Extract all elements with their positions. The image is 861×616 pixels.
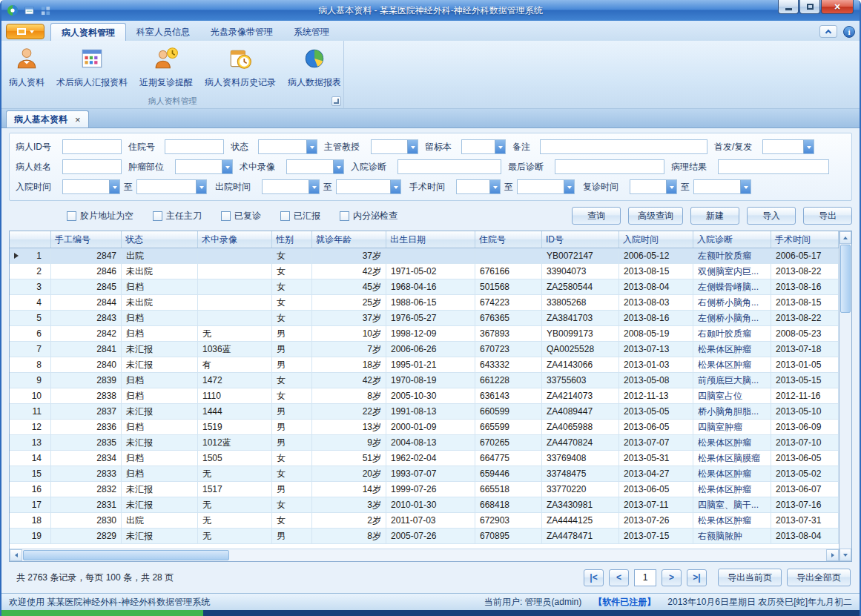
last-page-button[interactable]: >| [687,569,707,586]
horizontal-scrollbar[interactable] [10,549,839,561]
vertical-scroll-track[interactable] [839,244,851,549]
inpatient-no-input[interactable] [165,139,224,154]
table-row[interactable]: 152833归档无女20岁1993-07-0765944633748475201… [10,466,839,482]
header-admission-diagnosis[interactable]: 入院诊断 [693,231,771,248]
table-row[interactable]: 172831未汇报无女3岁2010-01-30668418ZA343098120… [10,497,839,513]
new-button[interactable]: 新建 [690,207,739,225]
dialog-launcher-icon[interactable] [331,96,341,106]
header-gender[interactable]: 性别 [272,231,312,248]
table-row[interactable]: 42844未出院女25岁1988-06-15674223338052682013… [10,295,839,311]
tumor-site-combo[interactable] [175,159,233,174]
next-page-button[interactable]: > [662,569,682,586]
header-manual-no[interactable]: 手工编号 [51,231,122,248]
table-row[interactable]: 102838归档1110女8岁2005-10-30636143ZA4214073… [10,388,839,404]
professor-combo[interactable] [371,139,418,154]
page-number-input[interactable]: 1 [634,569,656,586]
table-row[interactable]: 62842归档无男10岁1998-12-09367893YB0099173200… [10,326,839,342]
checkbox-chief-surgeon[interactable]: 主任主刀 [153,210,202,222]
final-diagnosis-input[interactable] [555,159,664,174]
header-video[interactable]: 术中录像 [198,231,272,248]
advanced-query-button[interactable]: 高级查询 [628,207,683,225]
close-button[interactable]: × [821,0,854,14]
first-relapse-combo[interactable] [762,139,814,154]
table-row[interactable]: 162832未汇报1517男14岁1999-07-266655183377022… [10,482,839,497]
patient-data-button[interactable]: 病人资料 [3,43,50,95]
titlebar[interactable]: 病人基本资料 - 某某医院神经外科-神经外科数据管理系统 × [1,0,860,21]
table-row[interactable]: 32845归档女45岁1968-04-16501568ZA25805442013… [10,279,839,295]
admission-diagnosis-input[interactable] [397,159,501,174]
minimize-button[interactable] [778,0,799,14]
import-button[interactable]: 导入 [747,207,796,225]
info-icon[interactable]: i [843,26,855,38]
remark-input[interactable] [540,139,707,154]
ribbon-tab-patient-management[interactable]: 病人资料管理 [50,23,126,41]
table-row[interactable]: 52843归档女37岁1976-05-27676365ZA38417032013… [10,311,839,326]
discharge-time-from-combo[interactable] [262,179,320,194]
checkbox-endocrine-exam[interactable]: 内分泌检查 [340,210,397,222]
checkbox-revisited[interactable]: 已复诊 [221,210,261,222]
history-records-button[interactable]: 病人资料历史记录 [199,43,282,95]
ribbon-tab-department-staff[interactable]: 科室人员信息 [126,23,200,41]
status-combo[interactable] [258,139,317,154]
query-button[interactable]: 查询 [572,207,621,225]
data-report-button[interactable]: 病人数据报表 [282,43,347,95]
surgery-time-from-combo[interactable] [456,179,501,194]
revisit-time-to-combo[interactable] [693,179,751,194]
app-menu-button[interactable] [6,24,44,39]
table-row[interactable]: 82840未汇报有男18岁1995-01-21643332ZA414306620… [10,357,839,373]
qat-icon-2[interactable] [39,4,52,17]
header-indicator[interactable] [10,231,51,248]
first-page-button[interactable]: |< [584,569,604,586]
admission-time-from-combo[interactable] [62,179,120,194]
tab-close-icon[interactable]: × [75,114,81,125]
table-row[interactable]: 22846未出院女42岁1971-05-02676166339040732013… [10,264,839,279]
checkbox-reported[interactable]: 已汇报 [280,210,320,222]
header-inpatient-no[interactable]: 住院号 [475,231,542,248]
table-row[interactable]: 92839归档1472女42岁1970-08-19661228337556032… [10,373,839,388]
tab-patient-basic-data[interactable]: 病人基本资料 × [6,110,89,127]
table-row[interactable]: 12847出院女37岁YB00721472006-05-12左额叶胶质瘤2006… [10,248,839,264]
prev-page-button[interactable]: < [609,569,629,586]
postop-report-button[interactable]: 术后病人汇报资料 [50,43,133,95]
table-row[interactable]: 182830出院无女2岁2011-07-03672903ZA4444125201… [10,513,839,529]
vertical-scroll-thumb[interactable] [840,245,851,313]
header-id-no[interactable]: ID号 [542,231,619,248]
table-row[interactable]: 112837未汇报1444男22岁1991-08-13660599ZA40894… [10,404,839,420]
table-row[interactable]: 192829未汇报无男8岁2005-07-26670895ZA447847120… [10,529,839,544]
header-birth-date[interactable]: 出生日期 [386,231,475,248]
qat-icon-1[interactable] [22,4,36,17]
checkbox-film-address-empty[interactable]: 胶片地址为空 [67,210,133,222]
revisit-reminder-button[interactable]: 近期复诊提醒 [133,43,199,95]
export-all-pages-button[interactable]: 导出全部页 [787,569,851,586]
table-row[interactable]: 72841未汇报1036蓝男7岁2006-06-26670723QA002552… [10,342,839,357]
app-icon[interactable] [6,4,19,17]
revisit-time-from-combo[interactable] [630,179,677,194]
maximize-button[interactable] [799,0,820,14]
scroll-down-button[interactable] [839,549,851,561]
collapse-ribbon-button[interactable] [819,25,837,38]
scroll-right-button[interactable] [826,549,839,561]
table-row[interactable]: 142834归档1505女51岁1962-02-0466477533769408… [10,451,839,466]
discharge-time-to-combo[interactable] [336,179,401,194]
vertical-scrollbar[interactable] [839,231,851,561]
header-admission-date[interactable]: 入院时间 [619,231,693,248]
export-current-page-button[interactable]: 导出当前页 [718,569,782,586]
export-button[interactable]: 导出 [803,207,852,225]
ribbon-tab-system-management[interactable]: 系统管理 [283,23,340,41]
pathology-input[interactable] [718,159,829,174]
header-age[interactable]: 就诊年龄 [312,231,386,248]
patient-name-input[interactable] [62,159,122,174]
horizontal-scroll-track[interactable] [22,549,826,561]
header-status[interactable]: 状态 [122,231,198,248]
video-combo[interactable] [286,159,344,174]
admission-time-to-combo[interactable] [136,179,207,194]
surgery-time-to-combo[interactable] [517,179,575,194]
horizontal-scroll-thumb[interactable] [23,550,229,560]
scroll-left-button[interactable] [10,549,22,561]
specimen-combo[interactable] [461,139,506,154]
scroll-up-button[interactable] [839,231,851,244]
table-row[interactable]: 122836归档1519男13岁2000-01-09665599ZA406598… [10,420,839,435]
patient-id-input[interactable] [62,139,122,154]
ribbon-tab-disc-video-management[interactable]: 光盘录像带管理 [200,23,283,41]
table-row[interactable]: 132835未汇报1012蓝男9岁2004-08-13670265ZA44708… [10,435,839,451]
